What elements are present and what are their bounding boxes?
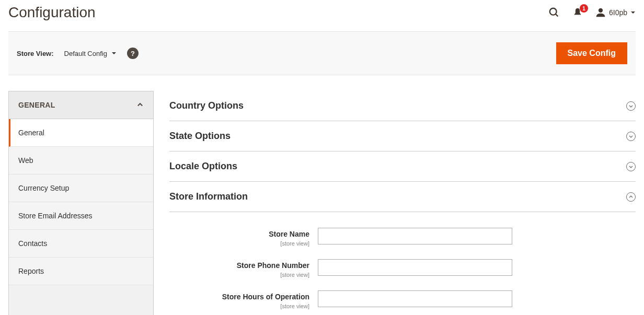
store-view-label: Store View: <box>17 50 54 57</box>
search-icon <box>548 7 560 18</box>
field-label: Store Hours of Operation <box>169 293 309 301</box>
notification-badge: 1 <box>580 4 588 13</box>
store-phone-input[interactable] <box>318 259 512 276</box>
sidebar-item-reports[interactable]: Reports <box>9 258 153 285</box>
section-title: Locale Options <box>169 161 237 172</box>
store-hours-input[interactable] <box>318 290 512 307</box>
chevron-down-icon <box>630 10 636 15</box>
sidebar: GENERAL General Web Currency Setup Store… <box>8 91 154 315</box>
field-scope: [store view] <box>280 272 309 278</box>
svg-point-2 <box>599 8 603 13</box>
main-content: Country Options State Options Locale Opt… <box>169 91 636 315</box>
notifications-button[interactable]: 1 <box>572 7 583 18</box>
field-label: Store Phone Number <box>169 261 309 270</box>
header-actions: 1 6I0pb <box>548 7 636 18</box>
help-icon[interactable]: ? <box>127 48 139 59</box>
svg-point-0 <box>550 8 557 15</box>
sidebar-item-web[interactable]: Web <box>9 147 153 174</box>
user-name: 6I0pb <box>609 8 627 17</box>
section-state-options[interactable]: State Options <box>169 121 636 151</box>
sidebar-item-label: Contacts <box>18 239 47 248</box>
sidebar-item-label: General <box>18 129 44 137</box>
store-information-fields: Store Name [store view] Store Phone Numb… <box>169 212 636 310</box>
store-view-select[interactable]: Default Config <box>64 50 117 57</box>
field-store-phone: Store Phone Number [store view] <box>169 259 636 279</box>
sidebar-item-label: Currency Setup <box>18 184 69 192</box>
sidebar-item-label: Store Email Addresses <box>18 212 93 220</box>
sidebar-item-contacts[interactable]: Contacts <box>9 230 153 258</box>
sidebar-item-currency-setup[interactable]: Currency Setup <box>9 174 153 202</box>
sidebar-item-store-email[interactable]: Store Email Addresses <box>9 202 153 230</box>
section-country-options[interactable]: Country Options <box>169 91 636 121</box>
field-store-hours: Store Hours of Operation [store view] <box>169 290 636 310</box>
section-store-information[interactable]: Store Information <box>169 182 636 212</box>
section-title: State Options <box>169 131 231 142</box>
search-button[interactable] <box>548 7 560 18</box>
field-label: Store Name <box>169 230 309 238</box>
caret-down-icon <box>111 51 117 56</box>
section-title: Country Options <box>169 100 244 111</box>
toolbar: Store View: Default Config ? Save Config <box>8 31 636 75</box>
user-icon <box>595 7 606 18</box>
section-title: Store Information <box>169 191 248 202</box>
expand-icon <box>626 101 636 111</box>
field-store-name: Store Name [store view] <box>169 228 636 248</box>
section-locale-options[interactable]: Locale Options <box>169 151 636 182</box>
sidebar-item-general[interactable]: General <box>9 119 153 147</box>
sidebar-group-general[interactable]: GENERAL <box>9 91 153 119</box>
collapse-icon <box>626 192 636 202</box>
sidebar-item-label: Reports <box>18 267 44 275</box>
save-config-button[interactable]: Save Config <box>556 42 627 64</box>
svg-line-1 <box>556 14 558 17</box>
expand-icon <box>626 132 636 141</box>
store-name-input[interactable] <box>318 228 512 244</box>
page-title: Configuration <box>8 4 96 21</box>
sidebar-group-label: GENERAL <box>18 101 55 109</box>
field-scope: [store view] <box>280 303 309 309</box>
user-menu-button[interactable]: 6I0pb <box>595 7 636 18</box>
field-scope: [store view] <box>280 240 309 247</box>
chevron-up-icon <box>136 101 144 109</box>
sidebar-item-label: Web <box>18 156 33 165</box>
expand-icon <box>626 162 636 171</box>
store-view-value: Default Config <box>64 50 107 57</box>
